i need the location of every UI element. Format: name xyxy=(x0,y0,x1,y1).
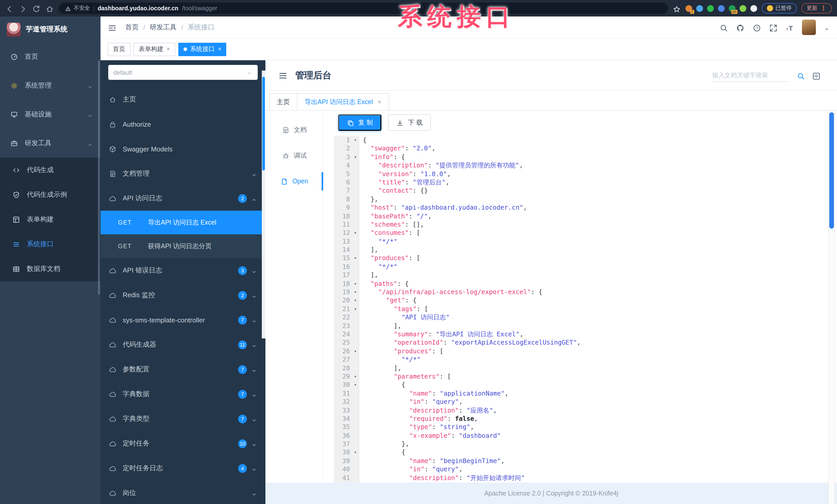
breadcrumb-item[interactable]: 首页 xyxy=(125,23,139,32)
swagger-item-字典类型[interactable]: 字典类型7 xyxy=(101,406,265,431)
close-icon[interactable]: × xyxy=(166,46,170,52)
browser-back-icon[interactable] xyxy=(5,4,14,13)
doc-search-input[interactable] xyxy=(712,71,789,78)
fold-toggle-icon[interactable]: ▾ xyxy=(352,279,359,288)
fold-toggle-icon[interactable]: ▾ xyxy=(352,305,359,313)
operation-label: 导出API 访问日志 Excel xyxy=(148,218,216,227)
bookmark-star-icon[interactable] xyxy=(672,4,681,12)
sidebar-item-首页[interactable]: 首页 xyxy=(0,42,101,71)
fold-toggle-icon[interactable]: ▾ xyxy=(352,381,359,389)
side-tab-Open[interactable]: Open xyxy=(265,168,323,194)
expand-icon[interactable] xyxy=(769,23,778,32)
search-icon[interactable] xyxy=(719,23,728,32)
fold-toggle-icon[interactable]: ▾ xyxy=(352,229,359,238)
extension-icon[interactable] xyxy=(707,5,714,12)
browser-home-icon[interactable] xyxy=(46,4,54,13)
swagger-item-参数配置[interactable]: 参数配置7 xyxy=(101,357,265,382)
language-icon[interactable]: 中 xyxy=(812,71,820,79)
fold-toggle-icon[interactable]: ▾ xyxy=(352,347,359,356)
close-icon[interactable]: × xyxy=(377,99,381,105)
copy-button[interactable]: 复 制 xyxy=(338,114,382,131)
app-logo[interactable]: 芋道管理系统 xyxy=(0,17,101,42)
page-scrollbar-track[interactable] xyxy=(828,111,835,504)
download-button[interactable]: 下 载 xyxy=(388,114,431,131)
swagger-item-API 错误日志[interactable]: API 错误日志3 xyxy=(101,258,265,283)
swagger-item-Redis 监控[interactable]: Redis 监控2 xyxy=(101,283,265,307)
side-tab-调试[interactable]: 调试 xyxy=(265,143,323,168)
fold-toggle-icon xyxy=(352,313,359,322)
tag-表单构建[interactable]: 表单构建× xyxy=(133,42,175,56)
extension-icon[interactable] xyxy=(750,5,757,12)
fold-toggle-icon[interactable]: ▾ xyxy=(352,288,359,296)
sidebar-item-数据库文档[interactable]: 数据库文档 xyxy=(0,257,101,281)
extension-icon[interactable] xyxy=(718,5,724,12)
update-button[interactable]: 更新 ⋮ xyxy=(801,3,832,13)
doc-list-icon[interactable] xyxy=(278,71,288,80)
browser-forward-icon[interactable] xyxy=(19,4,27,13)
extension-icon[interactable] xyxy=(696,5,703,12)
paused-badge[interactable]: 已暂停 xyxy=(762,3,797,13)
swagger-item-Swagger Models[interactable]: Swagger Models xyxy=(101,136,265,161)
fold-toggle-icon[interactable]: ▾ xyxy=(352,448,359,457)
swagger-item-定时任务日志[interactable]: 定时任务日志4 xyxy=(101,456,265,481)
swagger-item-岗位[interactable]: 岗位 xyxy=(101,481,265,504)
browser-menu-icon[interactable]: ⋮ xyxy=(820,6,827,11)
address-bar[interactable]: 不安全 dashboard.yudao.iocoder.cn /tool/swa… xyxy=(59,3,668,14)
doc-tab-导出API 访问日志 Excel[interactable]: 导出API 访问日志 Excel× xyxy=(297,93,389,110)
avatar[interactable] xyxy=(802,20,816,35)
extension-icon[interactable]: cn xyxy=(729,5,735,12)
swagger-item-label: 文档管理 xyxy=(123,169,251,178)
caret-down-icon[interactable] xyxy=(824,24,830,31)
breadcrumb-item[interactable]: 研发工具 xyxy=(150,23,177,32)
sidebar-item-研发工具[interactable]: 研发工具 xyxy=(0,129,101,157)
api-group-select[interactable]: default xyxy=(108,65,258,80)
fold-toggle-icon[interactable]: ▾ xyxy=(352,296,359,305)
swagger-item-Authorize[interactable]: Authorize xyxy=(101,112,265,136)
sidebar-item-系统接口[interactable]: 系统接口 xyxy=(0,232,101,257)
tag-系统接口[interactable]: 系统接口× xyxy=(178,42,226,56)
swagger-scrollbar-thumb[interactable] xyxy=(262,77,265,170)
swagger-item-定时任务[interactable]: 定时任务10 xyxy=(101,431,265,456)
doc-tab-主页[interactable]: 主页 xyxy=(269,93,297,110)
collapse-sidebar-icon[interactable] xyxy=(108,23,117,32)
tag-首页[interactable]: 首页 xyxy=(108,42,130,56)
swagger-item-代码生成器[interactable]: 代码生成器11 xyxy=(101,332,265,357)
swagger-item-API 访问日志[interactable]: API 访问日志2 xyxy=(101,186,265,211)
search-icon[interactable] xyxy=(797,71,805,79)
sidebar-item-代码生成[interactable]: 代码生成 xyxy=(0,157,101,182)
help-icon[interactable]: ? xyxy=(752,23,761,32)
doc-search-field[interactable] xyxy=(712,69,789,82)
security-indicator[interactable]: 不安全 xyxy=(65,5,90,12)
page-scrollbar-thumb[interactable] xyxy=(829,112,834,229)
fold-toggle-icon[interactable]: ▾ xyxy=(352,372,359,381)
json-code-editor[interactable]: 1▾{2"swagger": "2.0",3▾"info": {4"descri… xyxy=(334,136,837,504)
swagger-item-文档管理[interactable]: 文档管理 xyxy=(101,161,265,186)
download-label: 下 载 xyxy=(408,118,423,127)
sidebar-item-代码生成示例[interactable]: 代码生成示例 xyxy=(0,182,101,207)
side-tab-文档[interactable]: 文档 xyxy=(265,117,323,143)
main-sidebar: 芋道管理系统 首页系统管理基础设施研发工具代码生成代码生成示例表单构建系统接口数… xyxy=(0,17,101,504)
swagger-item-主页[interactable]: 主页 xyxy=(101,87,265,112)
fold-toggle-icon[interactable]: ▾ xyxy=(352,153,359,162)
operation-获得API 访问日志分页[interactable]: GET获得API 访问日志分页 xyxy=(101,235,265,258)
fold-toggle-icon[interactable]: ▾ xyxy=(352,254,359,263)
swagger-item-字典数据[interactable]: 字典数据7 xyxy=(101,382,265,406)
code-text: "title": "管理后台", xyxy=(359,178,837,187)
operation-导出API 访问日志 Excel[interactable]: GET导出API 访问日志 Excel xyxy=(101,211,265,235)
sidebar-item-系统管理[interactable]: 系统管理 xyxy=(0,71,101,100)
sidebar-item-基础设施[interactable]: 基础设施 xyxy=(0,100,101,129)
count-badge: 10 xyxy=(238,439,247,448)
swagger-item-sys-sms-template-controller[interactable]: sys-sms-template-controller7 xyxy=(101,307,265,332)
extension-icon[interactable] xyxy=(739,5,746,12)
sidebar-item-表单构建[interactable]: 表单构建 xyxy=(0,207,101,232)
sidebar-scrollbar-thumb[interactable] xyxy=(98,60,100,295)
close-icon[interactable]: × xyxy=(218,46,221,52)
extension-icon[interactable]: 1 xyxy=(685,5,692,12)
github-icon[interactable] xyxy=(736,23,745,32)
browser-reload-icon[interactable] xyxy=(32,4,41,13)
line-number: 40 xyxy=(334,465,352,473)
code-line: 11"schemes": [], xyxy=(334,221,837,229)
download-icon-glyph xyxy=(397,119,404,127)
fontsize-icon[interactable]: TT xyxy=(785,23,794,32)
fold-toggle-icon[interactable]: ▾ xyxy=(352,136,359,145)
